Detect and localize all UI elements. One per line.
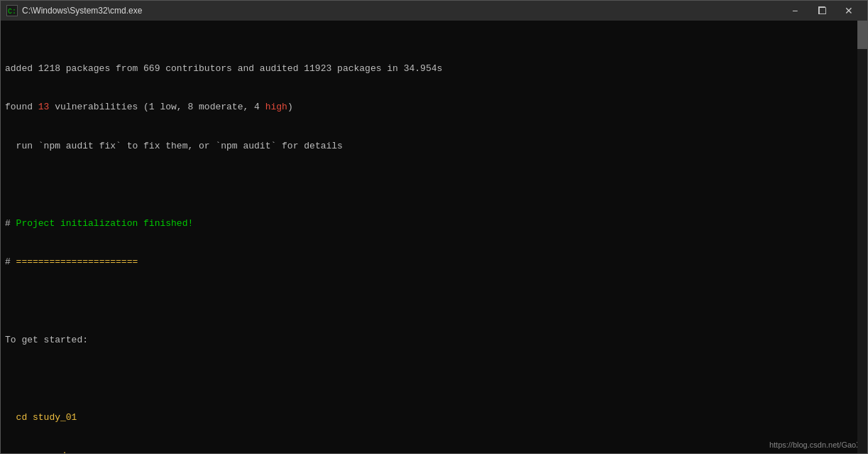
title-bar-left: C: C:\Windows\System32\cmd.exe [6,5,142,16]
title-bar: C: C:\Windows\System32\cmd.exe − ⧠ ✕ [1,1,867,21]
line-1: added 1218 packages from 669 contributor… [5,63,863,75]
watermark: https://blog.csdn.net/GaoXi [769,441,863,449]
line-11: npm run dev [5,450,863,453]
line-6: # ====================== [5,256,863,269]
terminal-body[interactable]: added 1218 packages from 669 contributor… [1,21,867,453]
svg-text:C:: C: [8,8,16,16]
window-controls: − ⧠ ✕ [782,4,862,18]
window-title: C:\Windows\System32\cmd.exe [22,6,142,16]
close-button[interactable]: ✕ [836,4,862,18]
restore-button[interactable]: ⧠ [809,4,835,18]
line-2: found 13 vulnerabilities (1 low, 8 moder… [5,101,863,114]
cmd-icon: C: [6,5,18,16]
line-5: # Project initialization finished! [5,217,863,230]
line-3: run `npm audit fix` to fix them, or `npm… [5,140,863,153]
minimize-button[interactable]: − [782,4,808,18]
line-7 [5,295,863,308]
line-4 [5,178,863,191]
line-9 [5,372,863,385]
scrollbar-thumb[interactable] [857,21,867,49]
cmd-window: C: C:\Windows\System32\cmd.exe − ⧠ ✕ add… [0,0,868,454]
line-10: cd study_01 [5,411,863,424]
terminal-content: added 1218 packages from 669 contributor… [5,23,863,453]
line-8: To get started: [5,334,863,347]
scrollbar[interactable] [857,21,867,453]
